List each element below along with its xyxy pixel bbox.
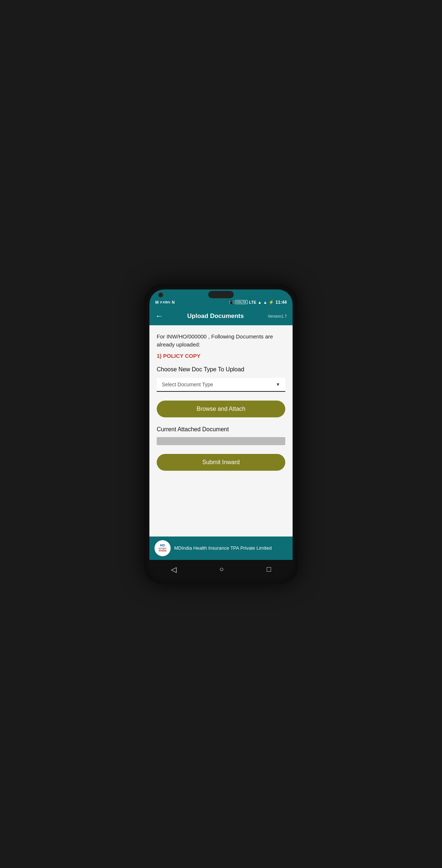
back-button[interactable]: ← [155,311,163,321]
speed-label: 0 KB/s [160,300,170,304]
document-type-select[interactable]: Select Document Type ▼ [157,378,285,392]
status-left: M 0 KB/s N [155,300,175,304]
phone-screen: M 0 KB/s N 📳 VOLTE LTE ▲ ▲ ⚡ 11:44 ← Upl… [149,289,293,579]
battery-icon: ⚡ [268,300,274,305]
current-doc-label: Current Attached Document [157,426,285,433]
app-footer: MD india MDIndia Health Insurance TPA Pr… [149,537,293,560]
status-right: 📳 VOLTE LTE ▲ ▲ ⚡ 11:44 [229,300,287,305]
n-icon: N [172,300,175,304]
signal-m-icon: M [155,300,159,304]
choose-doc-label: Choose New Doc Type To Upload [157,366,285,373]
logo-md-text: MD [159,544,166,547]
current-doc-placeholder [157,437,285,445]
info-message: For INW/HO/000000 , Following Documents … [157,333,285,349]
camera-icon [158,292,163,297]
logo-text: MD india [159,544,166,553]
phone-device: M 0 KB/s N 📳 VOLTE LTE ▲ ▲ ⚡ 11:44 ← Upl… [144,284,298,584]
browse-attach-button[interactable]: Browse and Attach [157,401,285,417]
submit-inward-button[interactable]: Submit Inward [157,454,285,471]
signal-bars-1: ▲ [258,300,262,304]
nav-bar: ◁ ○ □ [149,560,293,579]
company-logo: MD india [155,540,171,556]
lte-label: LTE [249,300,256,304]
chevron-down-icon: ▼ [276,382,280,387]
app-header: ← Upload Documents Version1.7 [149,307,293,325]
speaker-icon [208,291,234,298]
logo-india-text: india [159,549,166,553]
uploaded-doc-list: 1) POLICY COPY [157,353,285,359]
signal-bars-2: ▲ [263,300,267,304]
time-display: 11:44 [275,300,287,305]
select-placeholder-text: Select Document Type [162,382,213,387]
page-title: Upload Documents [163,312,268,320]
volte-badge: VOLTE [235,300,248,304]
version-label: Version1.7 [268,314,287,318]
company-name: MDIndia Health Insurance TPA Private Lim… [174,545,272,551]
back-nav-button[interactable]: ◁ [164,564,184,575]
home-nav-button[interactable]: ○ [212,564,231,575]
recents-nav-button[interactable]: □ [259,564,278,575]
vibrate-icon: 📳 [229,300,233,304]
main-content: For INW/HO/000000 , Following Documents … [149,325,293,537]
